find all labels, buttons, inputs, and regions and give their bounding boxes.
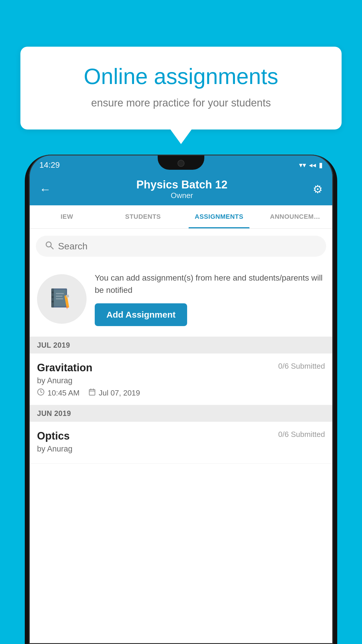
status-time: 14:29 — [39, 158, 60, 170]
phone-frame: 14:29 ▾▾ ◂◂ ▮ ← Physics Batch 12 Owner ⚙… — [25, 155, 337, 644]
svg-rect-15 — [89, 389, 95, 395]
status-icons: ▾▾ ◂◂ ▮ — [299, 159, 323, 169]
tab-announcements-label: ANNOUNCEM… — [270, 213, 320, 220]
search-icon — [45, 240, 54, 252]
svg-point-7 — [52, 301, 54, 303]
bubble-title: Online assignments — [44, 64, 318, 89]
app-header: ← Physics Batch 12 Owner ⚙ — [29, 173, 333, 205]
back-button[interactable]: ← — [39, 183, 51, 196]
tab-announcements[interactable]: ANNOUNCEM… — [257, 205, 333, 228]
svg-line-1 — [51, 246, 53, 249]
svg-rect-3 — [54, 290, 66, 306]
camera — [178, 160, 184, 167]
assignment-item-optics[interactable]: Optics 0/6 Submitted by Anurag — [29, 422, 333, 464]
tab-assignments-label: ASSIGNMENTS — [195, 213, 243, 220]
assignment-time-gravitation: 10:45 AM — [37, 388, 80, 398]
batch-role: Owner — [136, 191, 228, 200]
speech-bubble-container: Online assignments ensure more practice … — [20, 47, 342, 130]
svg-rect-13 — [66, 295, 69, 298]
assignment-row1: Gravitation 0/6 Submitted — [37, 362, 325, 374]
time-value-gravitation: 10:45 AM — [48, 388, 80, 398]
header-center: Physics Batch 12 Owner — [136, 178, 228, 200]
notebook-icon — [49, 286, 75, 312]
section-month-jul: JUL 2019 — [37, 341, 70, 349]
section-month-jun: JUN 2019 — [37, 409, 71, 417]
assignment-name-optics: Optics — [37, 430, 70, 442]
assignment-submitted-optics: 0/6 Submitted — [278, 430, 325, 439]
tab-iew-label: IEW — [61, 213, 73, 220]
assignment-row1-optics: Optics 0/6 Submitted — [37, 430, 325, 442]
tabs-container: IEW STUDENTS ASSIGNMENTS ANNOUNCEM… — [29, 205, 333, 229]
tab-students-label: STUDENTS — [125, 213, 161, 220]
svg-point-6 — [52, 296, 54, 298]
assignment-name-gravitation: Gravitation — [37, 362, 92, 374]
assignment-item-gravitation[interactable]: Gravitation 0/6 Submitted by Anurag 10:4… — [29, 354, 333, 405]
add-assignment-section: You can add assignment(s) from here and … — [29, 261, 333, 337]
calendar-icon — [88, 388, 96, 398]
tab-assignments[interactable]: ASSIGNMENTS — [181, 205, 257, 228]
svg-point-5 — [52, 291, 54, 293]
notch — [158, 155, 204, 170]
date-value-gravitation: Jul 07, 2019 — [99, 388, 140, 398]
assignment-submitted-gravitation: 0/6 Submitted — [278, 362, 325, 371]
svg-rect-8 — [56, 293, 64, 294]
speech-bubble: Online assignments ensure more practice … — [20, 47, 342, 130]
section-header-jun: JUN 2019 — [29, 405, 333, 422]
assignment-by-optics: by Anurag — [37, 444, 325, 454]
bubble-subtitle: ensure more practice for your students — [44, 97, 318, 109]
assignment-icon-circle — [37, 274, 87, 324]
batch-title: Physics Batch 12 — [136, 178, 228, 191]
svg-rect-9 — [56, 296, 63, 297]
add-assignment-button[interactable]: Add Assignment — [95, 303, 187, 326]
assignment-by-gravitation: by Anurag — [37, 376, 325, 385]
settings-button[interactable]: ⚙ — [313, 183, 323, 196]
search-input[interactable] — [58, 241, 317, 252]
phone-screen: 14:29 ▾▾ ◂◂ ▮ ← Physics Batch 12 Owner ⚙… — [29, 155, 333, 644]
tab-iew[interactable]: IEW — [29, 205, 105, 228]
signal-icon: ◂◂ — [309, 161, 316, 169]
battery-icon: ▮ — [319, 161, 323, 169]
clock-icon — [37, 388, 45, 398]
assignment-meta-gravitation: 10:45 AM Jul 07, 2019 — [37, 388, 325, 398]
add-assignment-desc: You can add assignment(s) from here and … — [95, 272, 325, 296]
svg-rect-10 — [56, 298, 63, 299]
search-bar[interactable] — [36, 236, 326, 257]
screen-content: You can add assignment(s) from here and … — [29, 229, 333, 644]
add-assignment-right: You can add assignment(s) from here and … — [95, 272, 325, 326]
tab-students[interactable]: STUDENTS — [105, 205, 181, 228]
wifi-icon: ▾▾ — [299, 161, 306, 169]
assignment-date-gravitation: Jul 07, 2019 — [88, 388, 140, 398]
section-header-jul: JUL 2019 — [29, 337, 333, 354]
